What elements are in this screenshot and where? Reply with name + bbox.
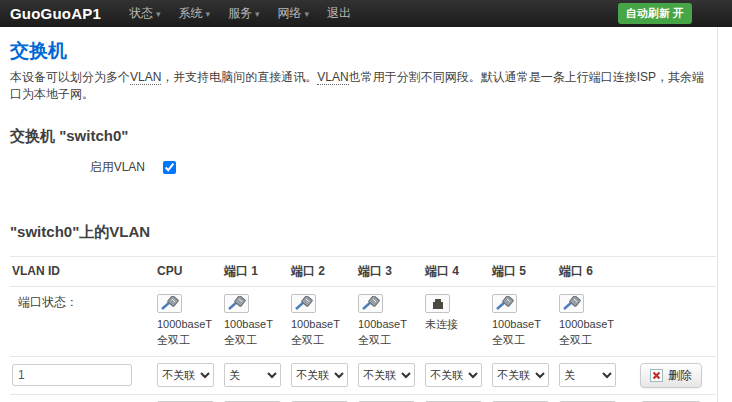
port-status-row: 端口状态： 1000baseT 全双工 100baseT 全双工 100base… — [10, 286, 716, 356]
enable-vlan-label: 启用VLAN — [10, 159, 145, 176]
port-status-label: 端口状态： — [10, 286, 155, 356]
port-status-5: 100baseT 全双工 — [490, 286, 557, 356]
port-status-actions — [624, 286, 716, 356]
enable-vlan-checkbox[interactable] — [163, 161, 176, 174]
page-edge-divider — [717, 27, 718, 402]
menu-services-label: 服务 — [228, 6, 252, 20]
menu-network[interactable]: 网络▾ — [278, 5, 310, 22]
vlan1-port3-select[interactable]: 不关联 — [358, 363, 415, 387]
menu-status-label: 状态 — [129, 6, 153, 20]
port-status-6: 1000baseT 全双工 — [557, 286, 624, 356]
port-duplex: 全双工 — [492, 332, 555, 348]
port-status-1: 100baseT 全双工 — [222, 286, 289, 356]
main-menu: 状态▾ 系统▾ 服务▾ 网络▾ 退出 — [129, 5, 351, 22]
switch-section-title: 交换机 "switch0" — [10, 127, 716, 146]
vlan1-port5-select[interactable]: 不关联 — [492, 363, 549, 387]
port-duplex: 全双工 — [559, 332, 622, 348]
menu-services[interactable]: 服务▾ — [228, 5, 260, 22]
vlan-row-1: 不关联 关 不关联 不关联 不关联 不关联 关 删除 — [10, 356, 716, 394]
vlan1-port6-select[interactable]: 关 — [559, 363, 616, 387]
ethernet-connected-icon — [224, 294, 249, 313]
enable-vlan-row: 启用VLAN — [10, 159, 716, 176]
port-duplex: 全双工 — [358, 332, 421, 348]
col-header-port3: 端口 3 — [356, 256, 423, 286]
port-speed: 100baseT — [291, 316, 354, 332]
ethernet-disconnected-icon — [425, 294, 450, 313]
port-status-cpu: 1000baseT 全双工 — [155, 286, 222, 356]
ethernet-connected-icon — [291, 294, 316, 313]
port-speed: 未连接 — [425, 316, 488, 332]
vlan-abbr: VLAN — [317, 70, 348, 85]
vlan-section-title: "switch0"上的VLAN — [10, 223, 716, 242]
vlan1-port1-select[interactable]: 关 — [224, 363, 281, 387]
col-header-port6: 端口 6 — [557, 256, 624, 286]
menu-system-label: 系统 — [179, 6, 203, 20]
port-status-4: 未连接 — [423, 286, 490, 356]
table-header-row: VLAN ID CPU 端口 1 端口 2 端口 3 端口 4 端口 5 端口 … — [10, 256, 716, 286]
vlan1-port2-select[interactable]: 不关联 — [291, 363, 348, 387]
col-header-actions — [624, 256, 716, 286]
vlan1-cpu-select[interactable]: 不关联 — [157, 363, 214, 387]
brand-title: GuoGuoAP1 — [10, 5, 101, 22]
main-content: 交换机 本设备可以划分为多个VLAN，并支持电脑间的直接通讯。VLAN也常用于分… — [0, 27, 732, 402]
menu-logout[interactable]: 退出 — [327, 5, 351, 22]
delete-icon — [650, 369, 663, 382]
delete-button-label: 删除 — [668, 367, 692, 384]
chevron-down-icon: ▾ — [255, 9, 260, 19]
port-speed: 100baseT — [492, 316, 555, 332]
chevron-down-icon: ▾ — [206, 9, 211, 19]
vlan-abbr: VLAN — [130, 70, 161, 85]
page-description: 本设备可以划分为多个VLAN，并支持电脑间的直接通讯。VLAN也常用于分割不同网… — [10, 69, 716, 103]
vlan1-id-input[interactable] — [12, 364, 132, 386]
port-status-3: 100baseT 全双工 — [356, 286, 423, 356]
col-header-port1: 端口 1 — [222, 256, 289, 286]
chevron-down-icon: ▾ — [305, 9, 310, 19]
menu-status[interactable]: 状态▾ — [129, 5, 161, 22]
port-speed: 100baseT — [224, 316, 287, 332]
port-duplex: 全双工 — [291, 332, 354, 348]
col-header-port2: 端口 2 — [289, 256, 356, 286]
ethernet-connected-icon — [157, 294, 182, 313]
chevron-down-icon: ▾ — [156, 9, 161, 19]
col-header-port5: 端口 5 — [490, 256, 557, 286]
port-status-2: 100baseT 全双工 — [289, 286, 356, 356]
top-navigation-bar: GuoGuoAP1 状态▾ 系统▾ 服务▾ 网络▾ 退出 自动刷新 开 — [0, 0, 732, 27]
ethernet-connected-icon — [559, 294, 584, 313]
menu-logout-label: 退出 — [327, 6, 351, 20]
menu-system[interactable]: 系统▾ — [179, 5, 211, 22]
port-speed: 1000baseT — [157, 316, 220, 332]
col-header-vlan-id: VLAN ID — [10, 256, 155, 286]
description-text: 本设备可以划分为多个 — [10, 70, 130, 84]
menu-network-label: 网络 — [278, 6, 302, 20]
ethernet-connected-icon — [492, 294, 517, 313]
vlan1-delete-button[interactable]: 删除 — [640, 363, 702, 388]
vlan-table: VLAN ID CPU 端口 1 端口 2 端口 3 端口 4 端口 5 端口 … — [10, 256, 716, 402]
ethernet-connected-icon — [358, 294, 383, 313]
port-duplex: 全双工 — [157, 332, 220, 348]
description-text: ，并支持电脑间的直接通讯。 — [161, 70, 317, 84]
port-duplex: 全双工 — [224, 332, 287, 348]
auto-refresh-badge[interactable]: 自动刷新 开 — [618, 3, 692, 24]
port-speed: 1000baseT — [559, 316, 622, 332]
vlan-row-2: 关 不关联 关 关 关 关 不关联 删除 — [10, 394, 716, 402]
col-header-cpu: CPU — [155, 256, 222, 286]
col-header-port4: 端口 4 — [423, 256, 490, 286]
page-title: 交换机 — [10, 38, 716, 64]
port-speed: 100baseT — [358, 316, 421, 332]
vlan1-port4-select[interactable]: 不关联 — [425, 363, 482, 387]
